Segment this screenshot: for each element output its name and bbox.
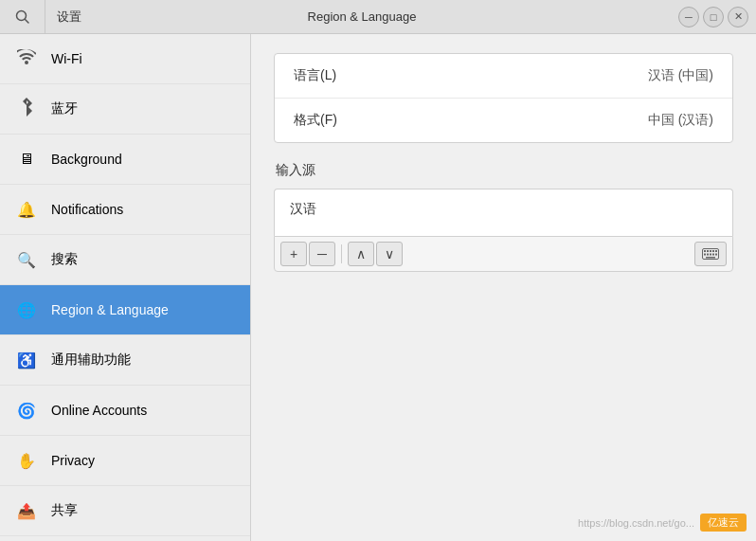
main-content: 语言(L) 汉语 (中国) 格式(F) 中国 (汉语) 输入源 汉语 + ─ ∧… [251,34,756,541]
notifications-icon: 🔔 [15,201,38,219]
accessibility-icon: ♿ [15,352,38,370]
svg-rect-5 [710,250,711,252]
sidebar-item-label-region: Region & Language [51,302,169,317]
input-sources-toolbar: + ─ ∧ ∨ [274,236,733,272]
close-button[interactable]: ✕ [728,7,748,27]
sidebar-item-region[interactable]: 🌐Region & Language [0,285,250,335]
language-row[interactable]: 语言(L) 汉语 (中国) [275,54,732,99]
format-row[interactable]: 格式(F) 中国 (汉语) [275,99,732,142]
input-sources-list: 汉语 [274,189,733,236]
sidebar-item-label-sharing: 共享 [51,502,78,519]
sidebar-item-label-online-accounts: Online Accounts [51,403,147,418]
format-value: 中国 (汉语) [648,112,713,129]
sidebar-item-label-notifications: Notifications [51,202,123,217]
svg-rect-6 [712,250,714,252]
online-accounts-icon: 🌀 [15,402,38,420]
svg-rect-9 [707,254,709,256]
minimize-button[interactable]: ─ [678,7,699,27]
svg-rect-8 [704,254,706,256]
svg-rect-3 [704,250,706,252]
add-source-button[interactable]: + [280,242,307,266]
svg-rect-11 [712,254,714,256]
sidebar-item-sharing[interactable]: 📤共享 [0,486,250,536]
sidebar: Wi-Fi蓝牙🖥Background🔔Notifications🔍搜索🌐Regi… [0,34,251,541]
sidebar-item-label-privacy: Privacy [51,453,95,468]
sharing-icon: 📤 [15,502,38,520]
watermark: https://blog.csdn.net/go... 亿速云 [578,514,747,532]
sidebar-item-background[interactable]: 🖥Background [0,135,250,185]
window-controls: ─ □ ✕ [678,7,756,27]
input-source-item[interactable]: 汉语 [275,189,732,229]
language-label: 语言(L) [294,67,336,84]
search-icon: 🔍 [15,251,38,269]
sidebar-item-label-bluetooth: 蓝牙 [51,100,78,117]
language-value: 汉语 (中国) [648,67,713,84]
sidebar-item-bluetooth[interactable]: 蓝牙 [0,84,250,135]
background-icon: 🖥 [15,151,38,168]
wifi-icon [15,49,38,69]
app-layout: Wi-Fi蓝牙🖥Background🔔Notifications🔍搜索🌐Regi… [0,34,756,541]
svg-rect-12 [715,254,717,256]
sidebar-item-notifications[interactable]: 🔔Notifications [0,185,250,235]
sidebar-item-label-accessibility: 通用辅助功能 [51,352,131,369]
watermark-badge: 亿速云 [700,514,747,532]
remove-source-button[interactable]: ─ [309,242,335,266]
window-title: Region & Language [45,9,678,24]
watermark-url: https://blog.csdn.net/go... [578,517,694,529]
settings-label: 设置 [57,9,81,26]
sidebar-item-online-accounts[interactable]: 🌀Online Accounts [0,386,250,436]
move-down-button[interactable]: ∨ [376,242,403,266]
search-icon[interactable] [0,0,45,34]
sidebar-item-privacy[interactable]: ✋Privacy [0,436,250,486]
maximize-button[interactable]: □ [703,7,724,27]
input-sources-title: 输入源 [274,162,733,179]
bluetooth-icon [15,98,38,121]
region-icon: 🌐 [15,301,38,319]
svg-rect-7 [715,250,717,252]
privacy-icon: ✋ [15,452,38,470]
sidebar-item-label-background: Background [51,152,122,167]
sidebar-item-wifi[interactable]: Wi-Fi [0,34,250,84]
sidebar-item-label-wifi: Wi-Fi [51,51,82,66]
titlebar: 设置 Region & Language ─ □ ✕ [0,0,756,34]
svg-rect-13 [706,257,715,259]
svg-line-1 [25,19,28,23]
sidebar-item-search[interactable]: 🔍搜索 [0,235,250,285]
svg-rect-10 [710,254,711,256]
keyboard-preview-button[interactable] [694,242,727,266]
sidebar-item-label-search: 搜索 [51,251,78,268]
svg-rect-4 [707,250,709,252]
sidebar-item-sound[interactable]: 🔊声音 [0,536,250,541]
sidebar-item-accessibility[interactable]: ♿通用辅助功能 [0,335,250,386]
format-label: 格式(F) [294,112,337,129]
toolbar-separator [341,244,342,263]
language-format-card: 语言(L) 汉语 (中国) 格式(F) 中国 (汉语) [274,53,733,143]
move-up-button[interactable]: ∧ [348,242,374,266]
